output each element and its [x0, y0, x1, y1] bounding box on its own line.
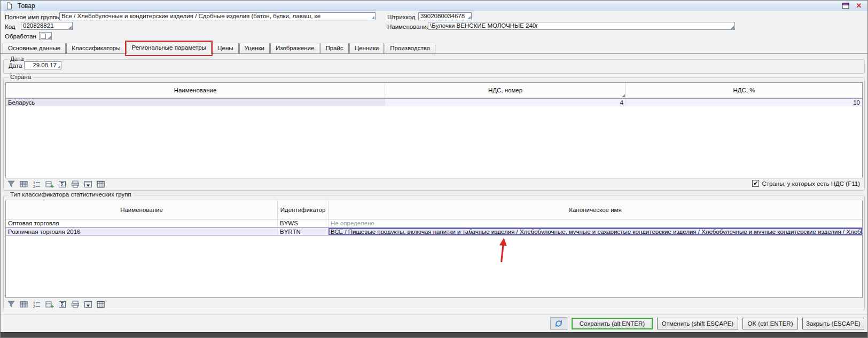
- refresh-button[interactable]: [550, 317, 567, 330]
- table-settings-icon[interactable]: [96, 300, 106, 309]
- cell-identifier[interactable]: BYRTN: [278, 228, 329, 235]
- barcode-field[interactable]: 3902080034678: [418, 12, 472, 20]
- country-table-header: Наименование НДС, номер НДС, %: [6, 83, 862, 98]
- tab-classifiers[interactable]: Классификаторы: [66, 43, 126, 53]
- countries-vat-filter: Страны, у которых есть НДС (F11): [752, 180, 860, 187]
- product-window: Товар ✕ Полное имя группы Все / Хлебобул…: [0, 0, 868, 338]
- classifier-table: Наименование Идентификатор Каноническое …: [5, 200, 863, 298]
- tab-panel-regional: Дата Дата 29.08.17 Страна Наименование Н…: [1, 54, 867, 337]
- bottom-button-bar: Сохранить (alt ENTER) Отменить (shift ES…: [1, 315, 867, 332]
- numbered-list-icon[interactable]: 12: [32, 180, 42, 188]
- date-group: Дата Дата 29.08.17: [3, 59, 865, 74]
- save-button[interactable]: Сохранить (alt ENTER): [572, 318, 653, 329]
- sum-icon[interactable]: Σ: [58, 300, 67, 309]
- numbered-list-icon[interactable]: 12: [32, 300, 42, 309]
- classifier-table-empty-area: [6, 235, 862, 297]
- print-icon[interactable]: [71, 300, 80, 309]
- svg-text:Σ: Σ: [61, 182, 64, 187]
- tab-markdowns[interactable]: Уценки: [239, 43, 270, 53]
- close-button[interactable]: ✕: [854, 2, 864, 10]
- column-header-classifier-name[interactable]: Наименование: [6, 200, 278, 219]
- table-row-retail-2016[interactable]: Розничная торговля 2016 BYRTN ВСЕ / Пище…: [6, 227, 862, 235]
- close-window-button[interactable]: Закрыть (ESCAPE): [802, 318, 864, 329]
- column-header-name[interactable]: Наименование: [6, 83, 385, 98]
- ok-button[interactable]: OK (ctrl ENTER): [742, 318, 798, 329]
- classifier-table-toolbar: 12 Σ: [6, 300, 106, 309]
- date-group-title: Дата: [8, 56, 26, 62]
- refresh-icon: [554, 319, 563, 328]
- window-title: Товар: [18, 2, 35, 10]
- filter-icon[interactable]: [6, 300, 16, 309]
- tab-image[interactable]: Изображение: [270, 43, 319, 53]
- add-row-icon[interactable]: [45, 300, 54, 309]
- window-bottom-edge: [1, 332, 867, 338]
- date-label: Дата: [9, 62, 22, 69]
- barcode-label: Штрихкод: [387, 14, 415, 20]
- processed-label: Обработан: [5, 33, 36, 40]
- cell-country-name[interactable]: Беларусь: [6, 99, 385, 106]
- classifier-table-header: Наименование Идентификатор Каноническое …: [6, 200, 862, 219]
- cancel-button[interactable]: Отменить (shift ESCAPE): [657, 318, 738, 329]
- column-header-vat-percent[interactable]: НДС, %: [626, 83, 862, 98]
- maximize-button[interactable]: [841, 2, 850, 10]
- cell-vat-number[interactable]: 4: [385, 99, 626, 106]
- processed-checkbox[interactable]: [39, 32, 52, 40]
- country-group: Страна Наименование НДС, номер НДС, % Бе…: [3, 77, 865, 191]
- export-icon[interactable]: [83, 300, 93, 309]
- tab-regional-parameters-label: Региональные параметры: [131, 44, 206, 51]
- countries-vat-checkbox-label: Страны, у которых есть НДС (F11): [762, 180, 860, 187]
- full-group-label: Полное имя группы: [5, 14, 60, 20]
- cell-classifier-name[interactable]: Оптовая торговля: [6, 219, 278, 227]
- cell-vat-percent[interactable]: 10: [626, 99, 862, 106]
- document-icon: [4, 2, 14, 10]
- cell-identifier[interactable]: BYWS: [278, 219, 329, 227]
- column-header-identifier[interactable]: Идентификатор: [278, 200, 329, 219]
- column-header-canonical-name[interactable]: Каноническое имя: [329, 200, 862, 219]
- full-group-field[interactable]: Все / Хлебобулочные и кондитерские издел…: [59, 12, 376, 20]
- classifier-group: Тип классификатора статистических групп …: [3, 195, 865, 310]
- filter-icon[interactable]: [6, 180, 16, 188]
- date-field[interactable]: 29.08.17: [24, 61, 61, 69]
- svg-text:1: 1: [33, 181, 35, 185]
- add-row-icon[interactable]: [45, 180, 54, 188]
- cell-classifier-name[interactable]: Розничная торговля 2016: [6, 228, 278, 235]
- print-icon[interactable]: [71, 180, 80, 188]
- tab-bar: Основные данные Классификаторы Региональ…: [1, 41, 867, 54]
- svg-text:2: 2: [33, 305, 35, 309]
- table-settings-icon[interactable]: [96, 180, 106, 188]
- table-row-wholesale[interactable]: Оптовая торговля BYWS Не определено: [6, 219, 862, 227]
- tab-pricetags[interactable]: Ценники: [349, 43, 384, 53]
- name-field[interactable]: \Булочки ВЕНСКИЕ МОЛОЧНЫЕ 240г: [428, 22, 735, 30]
- svg-text:1: 1: [33, 301, 35, 305]
- tab-regional-parameters[interactable]: Региональные параметры: [126, 42, 212, 54]
- name-label: Наименование: [387, 23, 430, 30]
- country-table-empty-area: [6, 106, 862, 178]
- code-label: Код: [5, 23, 15, 30]
- sum-icon[interactable]: Σ: [58, 180, 67, 188]
- country-table: Наименование НДС, номер НДС, % Беларусь …: [5, 82, 863, 178]
- cell-canonical-name-selected[interactable]: ВСЕ / Пищевые продукты, включая напитки …: [329, 228, 862, 235]
- grid-icon[interactable]: [19, 180, 29, 188]
- code-field[interactable]: 020828821: [21, 22, 73, 30]
- grid-icon[interactable]: [19, 300, 29, 309]
- export-icon[interactable]: [83, 180, 93, 188]
- country-table-toolbar: 12 Σ: [6, 180, 106, 188]
- tab-production[interactable]: Производство: [385, 43, 435, 53]
- country-group-title: Страна: [8, 74, 33, 80]
- column-header-vat-number[interactable]: НДС, номер: [385, 83, 626, 98]
- tab-pricelist[interactable]: Прайс: [320, 43, 348, 53]
- cell-canonical-name[interactable]: Не определено: [329, 219, 862, 227]
- tab-prices[interactable]: Цены: [212, 43, 239, 53]
- countries-vat-checkbox[interactable]: [752, 180, 759, 187]
- tab-main-data[interactable]: Основные данные: [3, 43, 66, 53]
- table-row-belarus[interactable]: Беларусь 4 10: [6, 98, 862, 106]
- svg-text:2: 2: [33, 185, 35, 188]
- svg-text:Σ: Σ: [61, 302, 64, 308]
- form-area: Полное имя группы Все / Хлебобулочные и …: [1, 11, 867, 42]
- title-bar: Товар ✕: [1, 1, 867, 11]
- classifier-group-title: Тип классификатора статистических групп: [8, 191, 134, 198]
